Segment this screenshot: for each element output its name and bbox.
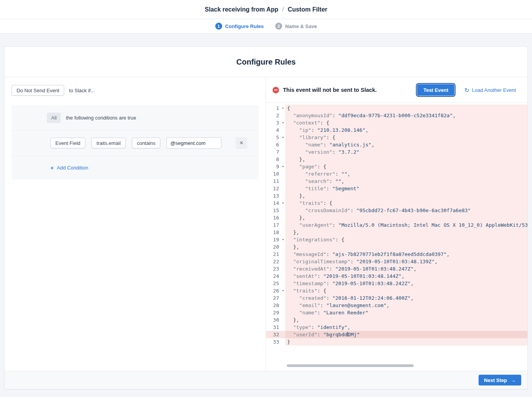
code-text: }, xyxy=(285,214,527,221)
line-number: 3▾ xyxy=(266,119,285,126)
code-line-5[interactable]: 5▾ "library": { xyxy=(266,134,527,141)
code-text: "search": "", xyxy=(285,178,527,185)
action-selector-button[interactable]: Do Not Send Event xyxy=(12,85,64,96)
code-line-7[interactable]: 7 "version": "3.7.2" xyxy=(266,148,527,156)
step-name-save[interactable]: 2 Name & Save xyxy=(275,23,317,30)
code-text: "timestamp": "2019-05-10T01:03:48.242Z", xyxy=(285,280,527,287)
code-line-6[interactable]: 6 "name": "analytics.js", xyxy=(266,141,527,148)
breadcrumb-primary: Slack receiving from App xyxy=(204,6,278,13)
line-number: 10 xyxy=(266,170,285,178)
code-line-2[interactable]: 2 "anonymousId": "ddf9ecda-977b-4231-b00… xyxy=(266,112,527,119)
line-number: 1▾ xyxy=(266,105,285,112)
code-text: "created": "2016-01-12T02:24:06.400Z", xyxy=(285,294,527,302)
match-mode-badge[interactable]: All xyxy=(47,113,61,123)
fold-caret-icon[interactable]: ▾ xyxy=(282,119,284,126)
code-text: }, xyxy=(285,243,527,251)
code-line-28[interactable]: 28 "email": "lauren@segment.com", xyxy=(266,302,527,309)
line-number: 25 xyxy=(266,280,285,287)
stepper: 1 Configure Rules 2 Name & Save xyxy=(0,19,532,33)
code-line-29[interactable]: 29 "name": "Lauren Reeder" xyxy=(266,309,527,316)
fold-caret-icon[interactable]: ▾ xyxy=(282,134,284,141)
code-line-8[interactable]: 8 }, xyxy=(266,156,527,163)
condition-group: All the following conditions are true Ev… xyxy=(12,105,259,179)
line-number: 16 xyxy=(266,214,285,221)
code-line-4[interactable]: 4 "ip": "210.13.208.146", xyxy=(266,126,527,134)
line-number: 22 xyxy=(266,258,285,265)
event-preview-panel: This event will not be sent to Slack. Te… xyxy=(266,77,527,371)
line-number: 23 xyxy=(266,265,285,272)
fold-caret-icon[interactable]: ▾ xyxy=(282,287,284,294)
code-line-17[interactable]: 17 "userAgent": "Mozilla/5.0 (Macintosh;… xyxy=(266,221,527,229)
code-line-26[interactable]: 26▾ "traits": { xyxy=(266,287,527,294)
status-message: This event will not be sent to Slack. xyxy=(283,87,377,93)
fold-caret-icon[interactable]: ▾ xyxy=(282,236,284,243)
condition-value-input[interactable] xyxy=(166,137,221,149)
code-text: "name": "Lauren Reeder" xyxy=(285,309,527,316)
line-number: 13 xyxy=(266,192,285,199)
code-text: "ip": "210.13.208.146", xyxy=(285,126,527,134)
code-line-1[interactable]: 1▾{ xyxy=(266,105,527,112)
fold-caret-icon[interactable]: ▾ xyxy=(282,199,284,207)
card-body: Do Not Send Event to Slack if... All the… xyxy=(5,77,527,371)
code-line-11[interactable]: 11 "search": "", xyxy=(266,178,527,185)
code-line-18[interactable]: 18 }, xyxy=(266,229,527,236)
code-line-25[interactable]: 25 "timestamp": "2019-05-10T01:03:48.242… xyxy=(266,280,527,287)
line-number: 15 xyxy=(266,207,285,214)
code-text: "referrer": "", xyxy=(285,170,527,178)
code-line-23[interactable]: 23 "receivedAt": "2019-05-10T01:03:48.24… xyxy=(266,265,527,272)
fold-caret-icon[interactable]: ▾ xyxy=(282,163,284,170)
code-text: }, xyxy=(285,156,527,163)
configure-rules-card: Configure Rules Do Not Send Event to Sla… xyxy=(4,47,528,389)
step-1-label: Configure Rules xyxy=(225,23,264,29)
code-text: "type": "identify", xyxy=(285,324,527,331)
code-text: "originalTimestamp": "2019-05-10T01:03:4… xyxy=(285,258,527,265)
load-another-event-button[interactable]: ↻ Load Another Event xyxy=(464,87,516,93)
code-line-31[interactable]: 31 "type": "identify", xyxy=(266,324,527,331)
remove-condition-button[interactable]: × xyxy=(236,137,247,149)
code-line-10[interactable]: 10 "referrer": "", xyxy=(266,170,527,178)
next-step-button[interactable]: Next Step → xyxy=(479,375,521,385)
code-text: }, xyxy=(285,192,527,199)
add-condition-button[interactable]: + Add Condition xyxy=(50,164,88,171)
line-number: 31 xyxy=(266,324,285,331)
code-line-3[interactable]: 3▾ "context": { xyxy=(266,119,527,126)
operator-button[interactable]: contains xyxy=(132,138,160,148)
code-text: { xyxy=(285,105,527,112)
code-line-24[interactable]: 24 "sentAt": "2019-05-10T01:03:48.144Z", xyxy=(266,272,527,280)
code-line-27[interactable]: 27 "created": "2016-01-12T02:24:06.400Z"… xyxy=(266,294,527,302)
line-number: 26▾ xyxy=(266,287,285,294)
test-event-button[interactable]: Test Event xyxy=(417,84,454,96)
line-number: 21 xyxy=(266,251,285,258)
code-line-12[interactable]: 12 "title": "Segment" xyxy=(266,185,527,192)
code-line-15[interactable]: 15 "crossDomainId": "95cbdd72-fc67-4b43-… xyxy=(266,207,527,214)
line-number: 27 xyxy=(266,294,285,302)
add-condition-row: + Add Condition xyxy=(12,155,259,179)
code-line-9[interactable]: 9▾ "page": { xyxy=(266,163,527,170)
fold-caret-icon[interactable]: ▾ xyxy=(282,105,284,112)
field-path-button[interactable]: traits.email xyxy=(91,138,126,148)
json-editor[interactable]: 1▾{2 "anonymousId": "ddf9ecda-977b-4231-… xyxy=(266,103,527,371)
condition-group-header: All the following conditions are true xyxy=(12,105,259,130)
line-number: 18 xyxy=(266,229,285,236)
step-configure-rules[interactable]: 1 Configure Rules xyxy=(215,23,264,30)
code-rows: 1▾{2 "anonymousId": "ddf9ecda-977b-4231-… xyxy=(266,105,527,346)
breadcrumb-separator: / xyxy=(282,6,284,13)
code-line-30[interactable]: 30 }, xyxy=(266,316,527,324)
code-line-33[interactable]: 33} xyxy=(266,338,527,346)
code-line-19[interactable]: 19▾ "integrations": { xyxy=(266,236,527,243)
code-text: "email": "lauren@segment.com", xyxy=(285,302,527,309)
line-number: 30 xyxy=(266,316,285,324)
code-line-22[interactable]: 22 "originalTimestamp": "2019-05-10T01:0… xyxy=(266,258,527,265)
line-number: 4 xyxy=(266,126,285,134)
code-line-20[interactable]: 20 }, xyxy=(266,243,527,251)
code-line-16[interactable]: 16 }, xyxy=(266,214,527,221)
field-source-button[interactable]: Event Field xyxy=(50,138,85,148)
line-number: 17 xyxy=(266,221,285,229)
horizontal-scrollbar[interactable] xyxy=(287,364,414,367)
top-header: Slack receiving from App/Custom Filter xyxy=(0,0,532,19)
code-line-21[interactable]: 21 "messageId": "ajs-7b8270771eb2f1f8a87… xyxy=(266,251,527,258)
code-line-32[interactable]: 32 "userId": "bgrqbddDMj" xyxy=(266,331,527,338)
code-line-13[interactable]: 13 }, xyxy=(266,192,527,199)
code-line-14[interactable]: 14▾ "traits": { xyxy=(266,199,527,207)
code-text: "version": "3.7.2" xyxy=(285,148,527,156)
